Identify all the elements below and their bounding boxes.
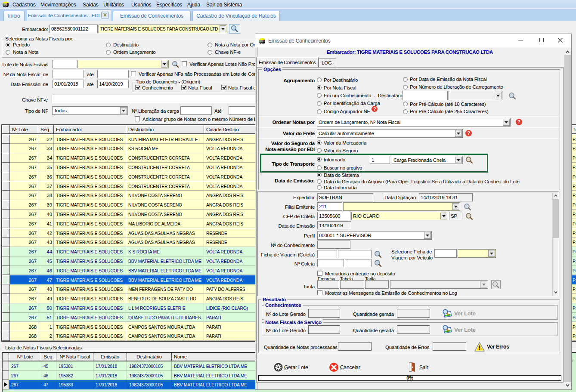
svg-text:?: ? <box>467 130 470 136</box>
svg-text:?: ? <box>373 106 376 111</box>
svg-text:?: ? <box>517 119 520 124</box>
